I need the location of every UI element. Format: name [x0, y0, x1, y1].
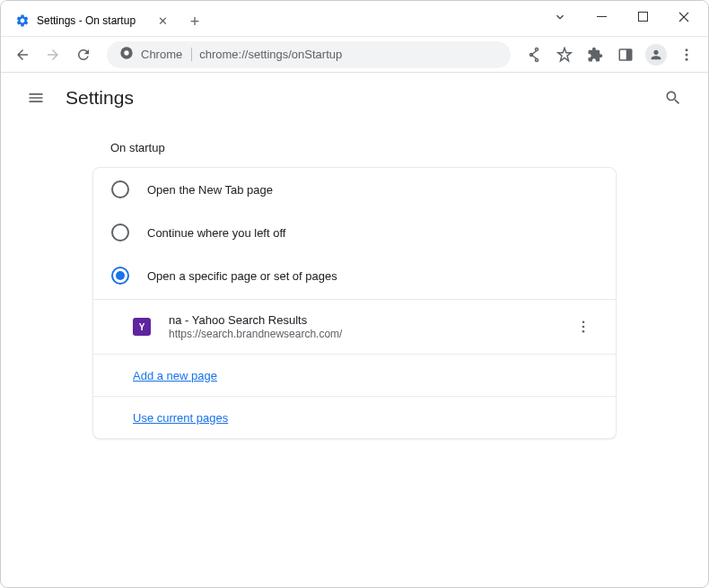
- omnibox-url: chrome://settings/onStartup: [199, 48, 342, 61]
- back-button[interactable]: [10, 42, 35, 67]
- tab-title: Settings - On startup: [37, 14, 136, 27]
- forward-button[interactable]: [40, 42, 66, 67]
- svg-rect-5: [626, 49, 632, 60]
- svg-point-11: [582, 330, 585, 333]
- close-tab-icon[interactable]: ✕: [158, 14, 168, 28]
- new-tab-button[interactable]: +: [184, 11, 206, 32]
- sidepanel-icon[interactable]: [613, 42, 638, 67]
- chevron-down-icon[interactable]: [541, 4, 579, 31]
- radio-icon: [111, 180, 129, 198]
- add-page-link[interactable]: Add a new page: [133, 369, 217, 382]
- svg-rect-1: [638, 13, 647, 22]
- reload-button[interactable]: [71, 42, 96, 67]
- menu-button[interactable]: [19, 81, 53, 115]
- add-page-row: Add a new page: [93, 354, 616, 396]
- search-button[interactable]: [656, 81, 690, 115]
- favicon: Y: [133, 318, 151, 336]
- page-more-button[interactable]: [569, 312, 598, 341]
- use-current-link[interactable]: Use current pages: [133, 411, 228, 425]
- chrome-icon: [119, 46, 134, 63]
- share-icon[interactable]: [521, 42, 547, 67]
- gear-icon: [15, 13, 30, 28]
- radio-label: Open the New Tab page: [147, 183, 273, 197]
- radio-icon: [111, 224, 129, 241]
- settings-header: Settings: [1, 73, 708, 123]
- svg-point-8: [686, 57, 688, 60]
- svg-point-3: [124, 50, 128, 55]
- svg-point-7: [686, 53, 688, 56]
- close-window-button[interactable]: [665, 4, 703, 31]
- browser-toolbar: Chrome chrome://settings/onStartup: [1, 37, 708, 73]
- svg-point-6: [686, 48, 688, 51]
- maximize-button[interactable]: [624, 4, 661, 31]
- startup-card: Open the New Tab page Continue where you…: [92, 167, 617, 439]
- radio-label: Continue where you left off: [147, 226, 285, 240]
- section-title: On startup: [92, 123, 617, 167]
- profile-avatar[interactable]: [643, 42, 669, 67]
- omnibox-chrome-label: Chrome: [141, 48, 192, 61]
- use-current-row: Use current pages: [93, 396, 616, 438]
- omnibox[interactable]: Chrome chrome://settings/onStartup: [107, 41, 511, 68]
- titlebar: Settings - On startup ✕ +: [1, 1, 708, 37]
- svg-rect-0: [597, 16, 607, 17]
- startup-page-row: Y na - Yahoo Search Results https://sear…: [93, 299, 616, 354]
- extensions-icon[interactable]: [582, 42, 608, 67]
- svg-point-9: [582, 320, 585, 323]
- radio-continue[interactable]: Continue where you left off: [93, 211, 616, 254]
- radio-specific-pages[interactable]: Open a specific page or set of pages: [93, 254, 616, 297]
- radio-label: Open a specific page or set of pages: [147, 269, 337, 283]
- startup-page-title: na - Yahoo Search Results: [169, 313, 569, 327]
- chrome-menu-icon[interactable]: [674, 42, 699, 67]
- radio-icon: [111, 267, 129, 285]
- window-controls: [541, 1, 708, 32]
- browser-tab[interactable]: Settings - On startup ✕: [6, 6, 177, 35]
- svg-point-10: [582, 326, 585, 329]
- bookmark-icon[interactable]: [552, 42, 577, 67]
- minimize-button[interactable]: [582, 4, 620, 31]
- radio-new-tab[interactable]: Open the New Tab page: [93, 168, 616, 211]
- startup-page-url: https://search.brandnewsearch.com/: [169, 328, 569, 340]
- page-title: Settings: [66, 87, 134, 109]
